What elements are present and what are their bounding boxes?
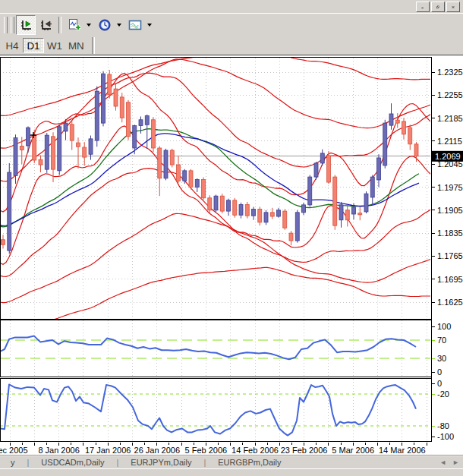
svg-text:-20: -20 bbox=[437, 389, 449, 399]
indicators-dropdown-caret[interactable] bbox=[84, 15, 93, 35]
chart-shift-button[interactable] bbox=[16, 15, 36, 35]
periods-button[interactable] bbox=[95, 15, 115, 35]
title-strip bbox=[0, 0, 463, 13]
svg-text:70: 70 bbox=[437, 336, 446, 345]
svg-text:0: 0 bbox=[437, 379, 442, 388]
chart-shift-icon bbox=[20, 19, 33, 32]
price-chart-canvas[interactable]: 1.23251.22551.21851.21151.20451.19751.19… bbox=[0, 55, 463, 455]
window-controls bbox=[416, 2, 460, 12]
tab-separator: | bbox=[26, 458, 31, 467]
tab-w1[interactable]: W1 bbox=[44, 38, 65, 53]
indicators-icon bbox=[68, 18, 81, 32]
scroll-tabs-right-arrow[interactable]: ► bbox=[452, 459, 459, 466]
svg-text:-80: -80 bbox=[437, 421, 449, 430]
restore-icon bbox=[436, 4, 439, 11]
svg-text:14 Mar 2006: 14 Mar 2006 bbox=[379, 446, 426, 455]
svg-text:23 Feb 2006: 23 Feb 2006 bbox=[281, 446, 328, 455]
chevron-down-icon bbox=[117, 24, 121, 27]
toolbar-separator bbox=[58, 17, 61, 33]
templates-dropdown-caret[interactable] bbox=[145, 15, 154, 35]
svg-text:1.1905: 1.1905 bbox=[437, 206, 463, 215]
minimize-button[interactable] bbox=[416, 2, 430, 12]
tab-separator: | bbox=[115, 458, 120, 467]
chevron-down-icon bbox=[87, 24, 91, 27]
scroll-tabs-left-arrow[interactable]: ◄ bbox=[439, 459, 446, 466]
toolbar-grip-2[interactable] bbox=[11, 17, 14, 33]
svg-text:17 Jan 2006: 17 Jan 2006 bbox=[85, 446, 131, 455]
status-strip bbox=[0, 468, 463, 476]
svg-text:1.1695: 1.1695 bbox=[437, 275, 463, 284]
symbol-tab-partial[interactable]: y bbox=[0, 458, 26, 467]
svg-text:1.2069: 1.2069 bbox=[435, 152, 461, 161]
periods-dropdown-caret[interactable] bbox=[115, 15, 124, 35]
svg-text:5 Feb 2006: 5 Feb 2006 bbox=[185, 446, 228, 455]
templates-button[interactable] bbox=[125, 15, 145, 35]
tab-mn[interactable]: MN bbox=[65, 38, 87, 53]
indicators-button[interactable] bbox=[65, 15, 84, 35]
symbol-tab-bar: y | USDCADm,Daily | EURJPYm,Daily | EURG… bbox=[0, 455, 463, 469]
toolbar-grip[interactable] bbox=[4, 17, 8, 33]
svg-text:1.2115: 1.2115 bbox=[437, 137, 462, 146]
chart-toolbar bbox=[0, 13, 463, 36]
chevron-down-icon bbox=[147, 24, 152, 27]
tab-h4[interactable]: H4 bbox=[2, 38, 23, 53]
tab-scroll-arrows: ◄ ► bbox=[439, 456, 459, 469]
clock-icon bbox=[98, 18, 112, 32]
restore-button[interactable] bbox=[431, 2, 445, 12]
svg-text:Dec 2005: Dec 2005 bbox=[0, 446, 28, 455]
close-button[interactable] bbox=[446, 2, 460, 12]
close-icon bbox=[452, 4, 455, 11]
tab-d1[interactable]: D1 bbox=[23, 38, 44, 53]
svg-text:1.2255: 1.2255 bbox=[437, 90, 463, 99]
tab-bar-separator bbox=[92, 37, 95, 54]
tab-separator: | bbox=[202, 458, 207, 467]
svg-text:14 Feb 2006: 14 Feb 2006 bbox=[232, 446, 279, 455]
svg-text:1.1975: 1.1975 bbox=[437, 183, 463, 192]
timeframe-tab-bar: H4 D1 W1 MN bbox=[0, 36, 463, 55]
svg-text:100: 100 bbox=[437, 322, 451, 331]
templates-icon bbox=[128, 18, 142, 32]
svg-text:26 Jan 2006: 26 Jan 2006 bbox=[134, 446, 181, 455]
svg-text:1.2325: 1.2325 bbox=[437, 68, 463, 77]
symbol-tab-usdcad[interactable]: USDCADm,Daily bbox=[30, 458, 115, 467]
symbol-tab-eurgbp[interactable]: EURGBPm,Daily bbox=[207, 458, 291, 467]
symbol-tab-eurjpy[interactable]: EURJPYm,Daily bbox=[120, 458, 202, 467]
svg-text:-100: -100 bbox=[437, 432, 454, 441]
svg-text:1.1835: 1.1835 bbox=[437, 229, 463, 238]
svg-text:5 Mar 2006: 5 Mar 2006 bbox=[332, 446, 374, 455]
svg-text:1.1625: 1.1625 bbox=[437, 298, 463, 307]
minimize-icon bbox=[421, 4, 424, 11]
auto-scroll-button[interactable] bbox=[36, 15, 55, 35]
svg-text:30: 30 bbox=[437, 354, 446, 363]
mt4-application-window: { "titlebar": { "controls": [ {"name": "… bbox=[0, 0, 463, 476]
svg-text:0: 0 bbox=[437, 367, 442, 377]
svg-text:8 Jan 2006: 8 Jan 2006 bbox=[38, 446, 79, 455]
auto-scroll-icon bbox=[39, 19, 52, 32]
svg-text:1.1765: 1.1765 bbox=[437, 251, 463, 260]
svg-text:1.2185: 1.2185 bbox=[437, 114, 463, 123]
